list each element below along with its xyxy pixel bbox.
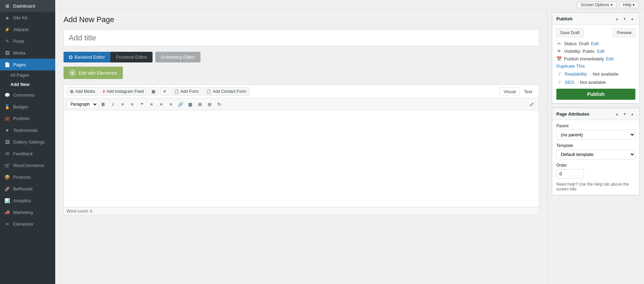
unordered-list-button[interactable]: ≡ [118, 100, 127, 109]
align-right-button[interactable]: ≡ [166, 100, 175, 109]
help-button[interactable]: Help ▾ [619, 1, 638, 8]
add-form-button[interactable]: 📋 Add Form [171, 87, 202, 96]
form-icon: ▦ [152, 89, 155, 94]
sidebar-item-label: BeRocket [13, 186, 32, 192]
chevron-down-icon: ▾ [611, 2, 613, 7]
ordered-list-button[interactable]: ≡ [128, 100, 137, 109]
sidebar-item-testimonials[interactable]: ★ Testimonials [0, 124, 55, 136]
fullscreen-button[interactable]: ⤢ [527, 100, 536, 109]
template-select[interactable]: Default template [556, 149, 635, 159]
backend-editor-tab[interactable]: Backend Editor [64, 52, 110, 62]
page-attributes-body: Parent (no parent) Template Default temp… [552, 120, 640, 195]
publish-metabox-body: Save Draft Preview ✏ Status: Draft Edit … [552, 25, 640, 103]
publish-button[interactable]: Publish [556, 89, 635, 100]
pages-icon: 📄 [4, 61, 10, 68]
align-center-button[interactable]: ≡ [157, 100, 166, 109]
collapse-up-icon[interactable]: ▲ [614, 16, 620, 22]
visual-text-tabs: Visual Text [500, 87, 536, 96]
attr-drag-icon[interactable]: ▲ [629, 111, 635, 117]
add-contact-form-button[interactable]: 📋 Add Contact Form [203, 87, 249, 96]
content-area: Add New Page Backend Editor Frontend Edi… [55, 10, 644, 284]
sidebar-item-feedback[interactable]: ✉ Feedback [0, 148, 55, 159]
blockquote-button[interactable]: ❝ [137, 100, 146, 109]
duplicate-this-link[interactable]: Duplicate This [556, 63, 635, 69]
add-instagram-feed-button[interactable]: # Add Instagram Feed [99, 87, 147, 96]
main-area: Screen Options ▾ Help ▾ Add New Page Bac… [55, 0, 644, 284]
comments-icon: 💬 [4, 92, 10, 98]
italic-button[interactable]: I [108, 100, 117, 109]
sidebar-item-jetpack[interactable]: ⚡ Jetpack [0, 23, 55, 35]
order-input[interactable] [556, 169, 584, 178]
media-icon: 🖼 [4, 50, 10, 56]
seo-row: Y SEO: : Not available [556, 79, 635, 85]
save-draft-button[interactable]: Save Draft [556, 28, 584, 37]
sidebar-sub-add-new[interactable]: Add New [0, 80, 55, 89]
bold-button[interactable]: B [99, 100, 108, 109]
edit-with-elementor-button[interactable]: e Edit with Elementor [64, 67, 123, 79]
sidebar-item-products[interactable]: 📦 Products [0, 171, 55, 183]
paragraph-format-select[interactable]: Paragraph Heading 1 Heading 2 Heading 3 [67, 100, 98, 108]
readability-link[interactable]: Readability: [565, 71, 588, 77]
yoast-seo-icon: Y [556, 79, 563, 85]
sidebar-item-label: Gallery Settings [13, 139, 45, 145]
parent-label: Parent [556, 124, 635, 128]
sidebar-item-badges[interactable]: 🏅 Badges [0, 101, 55, 112]
sidebar-item-comments[interactable]: 💬 Comments [0, 89, 55, 101]
insert-table2-button[interactable]: ⊞ [195, 100, 204, 109]
sidebar-item-gallery-settings[interactable]: 🖼 Gallery Settings [0, 136, 55, 148]
sidebar-item-woocommerce[interactable]: 🛒 WooCommerce [0, 159, 55, 171]
add-form-icon-left-button[interactable]: ▦ [148, 87, 158, 96]
add-form-icon-right-button[interactable]: ✕ [160, 87, 169, 96]
add-media-icon: ⊕ [70, 89, 74, 94]
sidebar-item-sitekit[interactable]: ◈ Site Kit [0, 12, 55, 23]
sidebar-item-pages[interactable]: 📄 Pages [0, 59, 55, 70]
insert-table-button[interactable]: ▦ [186, 100, 195, 109]
editor-main: Add New Page Backend Editor Frontend Edi… [55, 10, 547, 284]
analytics-icon: 📊 [4, 197, 10, 204]
attr-collapse-up-icon[interactable]: ▲ [614, 111, 620, 117]
right-sidebar: Publish ▲ ▼ ▲ Save Draft Preview ✏ Statu… [547, 10, 644, 284]
insert-link-button[interactable]: 🔗 [176, 100, 185, 109]
seo-link[interactable]: SEO: [565, 80, 575, 85]
status-edit-link[interactable]: Edit [591, 41, 598, 46]
sidebar-item-analytics[interactable]: 📊 Analytics [0, 195, 55, 206]
sidebar-item-label: Portfolio [13, 116, 30, 121]
collapse-down-icon[interactable]: ▼ [622, 16, 628, 22]
screen-options-button[interactable]: Screen Options ▾ [577, 1, 616, 8]
editor-content[interactable] [64, 110, 539, 207]
insert-table3-button[interactable]: ⊞ [205, 100, 214, 109]
sidebar-item-posts[interactable]: ✎ Posts [0, 35, 55, 47]
page-title-input[interactable] [64, 30, 539, 46]
sidebar-sub-all-pages[interactable]: All Pages [0, 70, 55, 80]
publish-time-edit-link[interactable]: Edit [606, 56, 614, 61]
gutenberg-editor-tab[interactable]: Gutenberg Editor [155, 52, 201, 62]
page-attributes-header[interactable]: Page Attributes ▲ ▼ ▲ [552, 108, 640, 120]
sidebar-item-marketing[interactable]: 📣 Marketing [0, 206, 55, 218]
frontend-editor-tab[interactable]: Frontend Editor [110, 52, 153, 62]
text-tab[interactable]: Text [520, 87, 536, 96]
preview-button[interactable]: Preview [613, 28, 635, 37]
parent-row: Parent (no parent) [556, 124, 635, 140]
attr-collapse-down-icon[interactable]: ▼ [622, 111, 628, 117]
visual-tab[interactable]: Visual [500, 87, 519, 96]
sidebar-item-elementor[interactable]: ✏ Elementor [0, 218, 55, 230]
template-label: Template [556, 143, 635, 148]
add-form-icon: 📋 [174, 89, 179, 94]
undo-button[interactable]: ↻ [215, 100, 224, 109]
sidebar-item-label: Testimonials [13, 128, 38, 133]
add-media-button[interactable]: ⊕ Add Media [67, 87, 98, 96]
visibility-edit-link[interactable]: Edit [597, 49, 604, 54]
sidebar-item-label: Media [13, 50, 25, 56]
elementor-icon: ✏ [4, 221, 10, 227]
sidebar-item-label: Site Kit [13, 15, 27, 20]
publish-metabox-header[interactable]: Publish ▲ ▼ ▲ [552, 13, 640, 25]
sidebar-item-berocket[interactable]: 🚀 BeRocket [0, 183, 55, 195]
parent-select[interactable]: (no parent) [556, 130, 635, 140]
sidebar-item-portfolio[interactable]: 💼 Portfolio [0, 112, 55, 124]
sidebar-item-label: WooCommerce [13, 163, 44, 168]
drag-handle-icon[interactable]: ▲ [629, 16, 635, 22]
align-left-button[interactable]: ≡ [147, 100, 156, 109]
sidebar-item-media[interactable]: 🖼 Media [0, 47, 55, 59]
sidebar-item-dashboard[interactable]: ⊞ Dashboard [0, 0, 55, 12]
template-row: Template Default template [556, 143, 635, 159]
